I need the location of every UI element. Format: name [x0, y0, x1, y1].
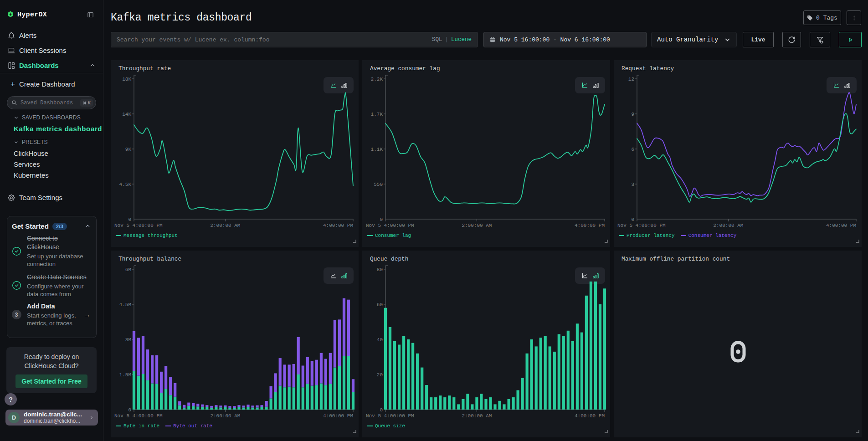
- svg-text:20: 20: [377, 372, 383, 378]
- svg-text:0: 0: [380, 217, 383, 222]
- svg-text:2:00:00 AM: 2:00:00 AM: [210, 223, 240, 228]
- svg-text:4.5M: 4.5M: [119, 302, 131, 308]
- svg-text:0: 0: [631, 217, 634, 222]
- svg-text:18K: 18K: [122, 77, 131, 82]
- svg-text:0: 0: [380, 407, 383, 413]
- svg-text:1.1K: 1.1K: [371, 147, 383, 152]
- svg-text:2.2K: 2.2K: [371, 77, 383, 82]
- svg-text:80: 80: [377, 267, 383, 272]
- svg-text:40: 40: [377, 337, 383, 343]
- svg-text:6M: 6M: [125, 267, 131, 272]
- svg-text:14K: 14K: [122, 112, 131, 117]
- svg-text:2:00:00 AM: 2:00:00 AM: [210, 413, 240, 419]
- svg-text:Nov 5 4:00:00 PM: Nov 5 4:00:00 PM: [114, 223, 163, 228]
- svg-text:1.5M: 1.5M: [119, 372, 131, 378]
- svg-text:Nov 5 4:00:00 PM: Nov 5 4:00:00 PM: [366, 413, 414, 419]
- svg-text:Nov 5 4:00:00 PM: Nov 5 4:00:00 PM: [366, 223, 414, 228]
- svg-text:4:00:00 PM: 4:00:00 PM: [323, 223, 353, 228]
- svg-text:Nov 5 4:00:00 PM: Nov 5 4:00:00 PM: [617, 223, 666, 228]
- svg-text:550: 550: [374, 182, 383, 187]
- svg-text:Nov 5 4:00:00 PM: Nov 5 4:00:00 PM: [114, 413, 163, 419]
- svg-text:0: 0: [128, 407, 131, 413]
- svg-text:2:00:00 AM: 2:00:00 AM: [713, 223, 743, 228]
- svg-text:6: 6: [631, 147, 634, 152]
- svg-text:60: 60: [377, 302, 383, 308]
- svg-text:4:00:00 PM: 4:00:00 PM: [323, 413, 353, 419]
- svg-text:2:00:00 AM: 2:00:00 AM: [462, 413, 492, 419]
- svg-text:12: 12: [628, 77, 634, 82]
- svg-text:4:00:00 PM: 4:00:00 PM: [575, 413, 605, 419]
- svg-text:4:00:00 PM: 4:00:00 PM: [575, 223, 605, 228]
- svg-text:0: 0: [128, 217, 131, 222]
- svg-text:3: 3: [631, 182, 634, 187]
- svg-text:9: 9: [631, 112, 634, 117]
- svg-text:4.5K: 4.5K: [119, 182, 132, 187]
- svg-text:2:00:00 AM: 2:00:00 AM: [462, 223, 492, 228]
- svg-text:3M: 3M: [125, 337, 131, 343]
- svg-text:1.7K: 1.7K: [371, 112, 383, 117]
- svg-text:9K: 9K: [125, 147, 132, 152]
- svg-text:4:00:00 PM: 4:00:00 PM: [826, 223, 856, 228]
